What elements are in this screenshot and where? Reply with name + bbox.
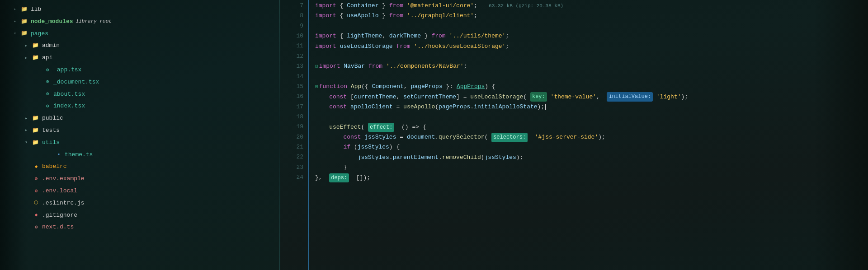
file-tree-sidebar: 📁 lib 📁 node_modules library root 📁 page… xyxy=(0,0,280,270)
arrow-icon xyxy=(14,18,21,25)
sidebar-item-index-tsx[interactable]: ⚙ index.tsx xyxy=(0,100,280,112)
folder-icon: 📁 xyxy=(32,42,40,50)
key-label: key: xyxy=(530,92,547,102)
folder-icon: 📁 xyxy=(21,5,29,14)
sidebar-item-pages[interactable]: 📁 pages xyxy=(0,28,280,40)
sidebar-item-theme-ts[interactable]: ▪ theme.ts xyxy=(0,149,280,161)
file-icon: ⚙ xyxy=(43,66,52,74)
arrow-icon xyxy=(25,55,32,62)
arrow-icon xyxy=(14,30,21,37)
code-line-22: jssStyles . parentElement . removeChild … xyxy=(315,153,868,163)
item-label: .eslintrc.js xyxy=(42,199,85,208)
sidebar-item-public[interactable]: 📁 public xyxy=(0,112,280,125)
code-line-17: const apolloClient = useApollo ( pagePro… xyxy=(315,102,868,112)
text-cursor xyxy=(545,104,546,110)
app-container: 📁 lib 📁 node_modules library root 📁 page… xyxy=(0,0,868,270)
item-label: theme.ts xyxy=(65,150,93,160)
arrow-icon xyxy=(25,42,32,50)
arrow-icon xyxy=(14,6,21,13)
item-label: node_modules xyxy=(31,17,73,27)
item-label: utils xyxy=(42,138,60,148)
item-label: index.tsx xyxy=(53,102,85,111)
arrow-icon xyxy=(25,139,32,146)
item-label: .env.example xyxy=(42,174,85,184)
sidebar-item-about-tsx[interactable]: ⚙ about.tsx xyxy=(0,88,280,101)
item-label: .env.local xyxy=(42,186,77,196)
code-line-7: import { Container } from '@material-ui/… xyxy=(315,1,868,11)
sidebar-item-tests[interactable]: 📁 tests xyxy=(0,125,280,137)
effect-label: effect: xyxy=(368,123,394,132)
item-label: admin xyxy=(42,41,60,51)
line-numbers: 7 8 9 10 11 12 13 14 15 16 17 18 19 20 2… xyxy=(280,0,310,270)
item-label: tests xyxy=(42,126,60,135)
file-icon: ▪ xyxy=(55,151,63,159)
code-line-23: } xyxy=(315,163,868,172)
sidebar-item-app-tsx[interactable]: ⚙ _app.tsx xyxy=(0,64,280,76)
sidebar-item-env-example[interactable]: ⚙ .env.example xyxy=(0,173,280,185)
arrow-icon xyxy=(25,127,32,134)
sidebar-item-api[interactable]: 📁 api xyxy=(0,52,280,64)
item-label: lib xyxy=(31,5,41,14)
folder-icon: 📁 xyxy=(32,139,40,147)
sidebar-item-document-tsx[interactable]: ⚙ _document.tsx xyxy=(0,76,280,88)
code-line-9 xyxy=(315,21,868,31)
file-icon: ⬡ xyxy=(32,199,40,207)
file-icon: ⚙ xyxy=(43,90,52,98)
code-line-10: import { lightTheme , darkTheme } from '… xyxy=(315,31,868,41)
folder-icon: 📁 xyxy=(32,126,40,135)
selectors-label: selectors: xyxy=(491,133,528,142)
arrow-icon xyxy=(25,115,32,122)
sidebar-item-lib[interactable]: 📁 lib xyxy=(0,4,280,16)
code-line-15: ⊟ function App ({ Component , pageProps … xyxy=(315,82,868,92)
file-icon: ⚙ xyxy=(32,223,40,232)
sidebar-item-eslintrc[interactable]: ⬡ .eslintrc.js xyxy=(0,197,280,209)
sidebar-item-next-d-ts[interactable]: ⚙ next.d.ts xyxy=(0,221,280,233)
code-lines: import { Container } from '@material-ui/… xyxy=(310,0,868,270)
sidebar-item-utils[interactable]: 📁 utils xyxy=(0,137,280,149)
initial-value-label: initialValue: xyxy=(607,92,653,102)
code-line-24: }, deps: []); xyxy=(315,173,868,183)
item-label: pages xyxy=(31,29,48,39)
code-editor: 7 8 9 10 11 12 13 14 15 16 17 18 19 20 2… xyxy=(280,0,868,270)
folder-icon: 📁 xyxy=(21,29,29,38)
folder-icon: 📁 xyxy=(32,54,40,62)
code-line-21: if ( jssStyles ) { xyxy=(315,142,868,152)
item-label: public xyxy=(42,114,63,123)
sidebar-item-gitignore[interactable]: ◆ .gitignore xyxy=(0,209,280,222)
code-line-16: const [ currentTheme , setCurrentTheme ]… xyxy=(315,92,868,102)
item-label: next.d.ts xyxy=(42,223,74,232)
sidebar-item-admin[interactable]: 📁 admin xyxy=(0,40,280,52)
item-label: _app.tsx xyxy=(53,65,81,75)
file-icon: ⚙ xyxy=(43,102,52,111)
deps-label: deps: xyxy=(329,173,349,183)
file-icon: ⚙ xyxy=(32,187,40,196)
code-line-20: const jssStyles = document . querySelect… xyxy=(315,132,868,142)
code-line-8: import { useApollo } from '../graphql/cl… xyxy=(315,11,868,21)
library-root-badge: library root xyxy=(76,18,112,26)
sidebar-item-babelrc[interactable]: ◆ babelrc xyxy=(0,161,280,173)
code-line-13: ⊟ import NavBar from '../components/NavB… xyxy=(315,61,868,71)
item-label: babelrc xyxy=(42,162,67,172)
file-icon: ⚙ xyxy=(43,78,52,86)
item-label: _document.tsx xyxy=(53,78,99,87)
folder-icon: 📁 xyxy=(21,18,29,26)
code-line-11: import useLocalStorage from '../hooks/us… xyxy=(315,42,868,51)
item-label: .gitignore xyxy=(42,211,77,220)
code-line-19: useEffect ( effect: () => { xyxy=(315,122,868,132)
item-label: about.tsx xyxy=(53,90,85,99)
code-line-18 xyxy=(315,112,868,122)
file-icon: ⚙ xyxy=(32,175,40,183)
file-icon: ◆ xyxy=(32,211,40,219)
code-line-14 xyxy=(315,72,868,82)
sidebar-item-env-local[interactable]: ⚙ .env.local xyxy=(0,185,280,197)
file-icon: ◆ xyxy=(32,163,40,171)
folder-icon: 📁 xyxy=(32,114,40,123)
item-label: api xyxy=(42,53,52,63)
sidebar-item-node-modules[interactable]: 📁 node_modules library root xyxy=(0,16,280,28)
code-line-12 xyxy=(315,51,868,61)
